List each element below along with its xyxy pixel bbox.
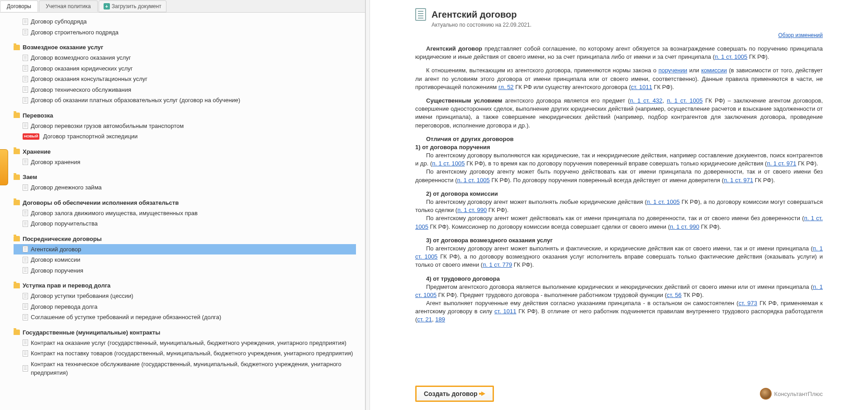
doc-item[interactable]: Договор перевозки грузов автомобильным т… bbox=[14, 121, 356, 132]
document-icon bbox=[23, 184, 28, 191]
folder-icon bbox=[14, 330, 20, 335]
doc-item[interactable]: Договор строительного подряда bbox=[14, 27, 356, 38]
folder-icon bbox=[14, 200, 20, 205]
doc-item[interactable]: Договор поручительства bbox=[14, 218, 356, 229]
law-link[interactable]: п. 1 ст. 1005 bbox=[432, 160, 465, 167]
law-link[interactable]: ст. 56 bbox=[667, 292, 682, 298]
document-icon bbox=[23, 246, 28, 252]
doc-item[interactable]: Договор денежного займа bbox=[14, 182, 356, 193]
document-icon bbox=[23, 86, 28, 93]
document-icon bbox=[23, 339, 28, 346]
doc-item-label: Договор залога движимого имущества, имущ… bbox=[31, 209, 198, 218]
document-icon bbox=[23, 293, 28, 299]
law-link[interactable]: п. 1 ст. 1005 bbox=[667, 97, 702, 104]
doc-item[interactable]: Договор технического обслуживания bbox=[14, 85, 356, 95]
doc-item-label: Контракт на техническое обслуживание (го… bbox=[31, 360, 354, 377]
law-link[interactable]: п. 1 ст. 971 bbox=[724, 177, 753, 184]
doc-item-label: Соглашение об уступке требований и перед… bbox=[31, 313, 221, 322]
document-icon bbox=[23, 29, 28, 35]
doc-item-label: Договор возмездного оказания услуг bbox=[31, 53, 131, 62]
document-icon bbox=[23, 65, 28, 71]
doc-item-label: Договор транспортной экспедиции bbox=[43, 132, 138, 141]
doc-item[interactable]: Договор залога движимого имущества, имущ… bbox=[14, 208, 356, 219]
law-link[interactable]: ст. 973 bbox=[739, 300, 757, 306]
doc-item[interactable]: Договор перевода долга bbox=[14, 302, 356, 312]
doc-item[interactable]: Договор оказания юридических услуг bbox=[14, 63, 356, 74]
doc-item[interactable]: Контракт на поставку товаров (государств… bbox=[14, 348, 356, 359]
document-icon bbox=[23, 159, 28, 165]
doc-item-label: Договор денежного займа bbox=[31, 183, 102, 192]
article-title: Агентский договор bbox=[432, 9, 517, 20]
law-link[interactable]: п. 1 ст. 432 bbox=[630, 97, 662, 104]
upload-document-button[interactable]: + Загрузить документ bbox=[99, 0, 166, 12]
doc-item[interactable]: НОВЫЙДоговор транспортной экспедиции bbox=[14, 131, 356, 142]
document-icon bbox=[23, 123, 28, 129]
doc-item-label: Договор технического обслуживания bbox=[31, 85, 131, 94]
article-content: Агентский договор Актуально по состоянию… bbox=[370, 0, 868, 381]
doc-item-label: Договор уступки требования (цессии) bbox=[31, 292, 133, 301]
document-icon bbox=[23, 97, 28, 104]
category-title[interactable]: Перевозка bbox=[14, 112, 356, 119]
law-link[interactable]: п. 1 ст. 1005 bbox=[647, 198, 680, 205]
law-link[interactable]: ст. 21 bbox=[417, 316, 432, 323]
doc-item[interactable]: Агентский договор bbox=[14, 244, 356, 255]
splitter[interactable] bbox=[365, 0, 370, 410]
law-link[interactable]: п. 1 ст. 1005 bbox=[457, 177, 490, 184]
create-contract-button[interactable]: Создать договор bbox=[415, 386, 494, 402]
document-icon bbox=[23, 303, 28, 310]
doc-item[interactable]: Контракт на оказание услуг (государствен… bbox=[14, 338, 356, 349]
law-link[interactable]: поручении bbox=[659, 67, 688, 74]
side-handle[interactable] bbox=[0, 149, 8, 185]
doc-item[interactable]: Договор оказания консультационных услуг bbox=[14, 74, 356, 85]
law-link[interactable]: 189 bbox=[435, 316, 445, 323]
document-icon bbox=[23, 257, 28, 263]
category-title[interactable]: Посреднические договоры bbox=[14, 236, 356, 242]
doc-item[interactable]: Соглашение об уступке требований и перед… bbox=[14, 312, 356, 323]
doc-item-label: Агентский договор bbox=[31, 245, 81, 254]
tab-contracts[interactable]: Договоры bbox=[0, 0, 38, 12]
plus-icon: + bbox=[104, 3, 110, 9]
doc-item[interactable]: Договор поручения bbox=[14, 265, 356, 276]
document-icon bbox=[23, 365, 28, 372]
document-icon bbox=[23, 19, 28, 25]
doc-item[interactable]: Договор об оказании платных образователь… bbox=[14, 95, 356, 106]
folder-icon bbox=[14, 174, 20, 180]
category-title[interactable]: Государственные (муниципальные) контракт… bbox=[14, 329, 356, 336]
doc-item[interactable]: Договор уступки требования (цессии) bbox=[14, 291, 356, 302]
doc-item[interactable]: Договор хранения bbox=[14, 157, 356, 168]
law-link[interactable]: п. 1 ст. 779 bbox=[483, 261, 512, 268]
law-link[interactable]: гл. 52 bbox=[498, 84, 514, 90]
doc-item[interactable]: Договор субподряда bbox=[14, 16, 356, 27]
changes-link[interactable]: Обзор изменений bbox=[778, 32, 823, 38]
category-title[interactable]: Договоры об обеспечении исполнения обяза… bbox=[14, 199, 356, 206]
document-icon bbox=[23, 76, 28, 82]
folder-icon bbox=[14, 45, 20, 50]
doc-item[interactable]: Контракт на техническое обслуживание (го… bbox=[14, 359, 356, 378]
doc-item-label: Договор поручения bbox=[31, 266, 83, 275]
doc-item-label: Контракт на оказание услуг (государствен… bbox=[31, 339, 346, 348]
document-icon bbox=[23, 210, 28, 216]
law-link[interactable]: ст. 1011 bbox=[631, 84, 652, 90]
doc-item-label: Договор оказания юридических услуг bbox=[31, 64, 133, 73]
law-link[interactable]: п. 1 ст. 971 bbox=[767, 160, 796, 167]
law-link[interactable]: п. 1 ст. 1005 bbox=[715, 53, 747, 60]
law-link[interactable]: комиссии bbox=[701, 67, 727, 74]
doc-item-label: Договор поручительства bbox=[31, 219, 98, 228]
tab-policy[interactable]: Учетная политика bbox=[39, 0, 98, 12]
law-link[interactable]: п. 1 ст. 990 bbox=[457, 207, 487, 213]
category-title[interactable]: Уступка прав и перевод долга bbox=[14, 282, 356, 289]
doc-item-label: Договор перевозки грузов автомобильным т… bbox=[31, 122, 184, 131]
law-link[interactable]: п. 1 ст. 990 bbox=[670, 223, 699, 230]
law-link[interactable]: ст. 1011 bbox=[494, 308, 516, 315]
document-icon bbox=[415, 8, 426, 21]
document-icon bbox=[23, 55, 28, 61]
document-tree[interactable]: Договор субподрядаДоговор строительного … bbox=[0, 13, 365, 410]
doc-item-label: Договор оказания консультационных услуг bbox=[31, 75, 147, 84]
doc-item[interactable]: Договор комиссии bbox=[14, 254, 356, 265]
category-title[interactable]: Заем bbox=[14, 174, 356, 180]
category-title[interactable]: Хранение bbox=[14, 148, 356, 155]
category-title[interactable]: Возмездное оказание услуг bbox=[14, 44, 356, 51]
document-icon bbox=[23, 267, 28, 273]
doc-item[interactable]: Договор возмездного оказания услуг bbox=[14, 52, 356, 63]
folder-icon bbox=[14, 236, 20, 241]
